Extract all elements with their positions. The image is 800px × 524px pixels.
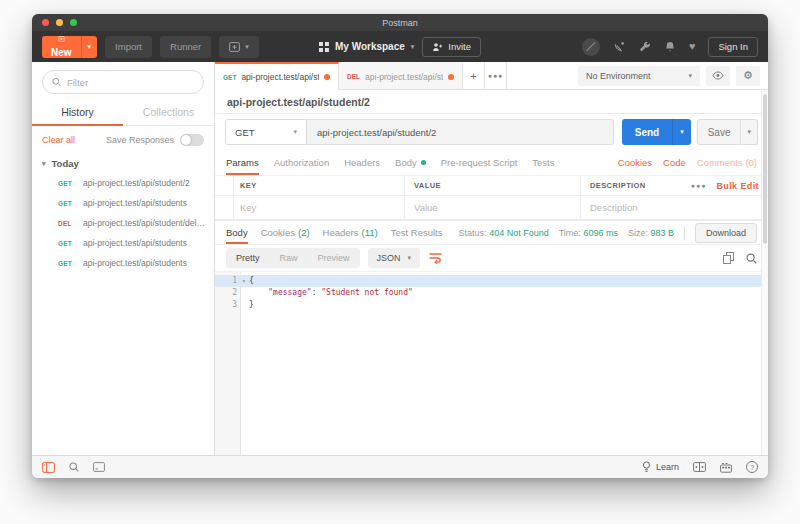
method-select[interactable]: GET ▾ bbox=[225, 119, 307, 145]
response-tab-headers[interactable]: Headers (11) bbox=[323, 221, 378, 244]
code-link[interactable]: Code bbox=[663, 157, 686, 168]
sync-disabled-icon[interactable] bbox=[582, 38, 600, 56]
history-item[interactable]: GET api-project.test/api/students bbox=[32, 233, 214, 253]
response-tab-test-results[interactable]: Test Results bbox=[391, 221, 443, 244]
response-tab-cookies[interactable]: Cookies (2) bbox=[261, 221, 310, 244]
tab-collections[interactable]: Collections bbox=[123, 100, 214, 125]
tab-params[interactable]: Params bbox=[226, 150, 259, 175]
save-options-caret[interactable]: ▾ bbox=[741, 119, 758, 145]
param-key-input[interactable] bbox=[240, 202, 395, 213]
history-item[interactable]: GET api-project.test/api/students bbox=[32, 193, 214, 213]
minimize-window-button[interactable] bbox=[56, 19, 63, 26]
help-icon[interactable]: ? bbox=[746, 461, 758, 473]
bulk-edit-link[interactable]: Bulk Edit bbox=[716, 181, 759, 191]
tab-body-label: Body bbox=[395, 157, 417, 168]
learn-label: Learn bbox=[656, 462, 679, 472]
tab-prerequest-script[interactable]: Pre-request Script bbox=[441, 150, 518, 175]
invite-button[interactable]: Invite bbox=[422, 37, 481, 57]
history-url: api-project.test/api/students bbox=[83, 198, 187, 208]
gear-icon: ⚙ bbox=[743, 69, 753, 82]
params-table: KEY VALUE DESCRIPTION ●●● Bulk Edit bbox=[215, 176, 768, 221]
save-button[interactable]: Save bbox=[697, 119, 742, 145]
request-title: api-project.test/api/student/2 bbox=[215, 90, 768, 114]
column-options-button[interactable]: ●●● bbox=[691, 182, 707, 189]
comments-link[interactable]: Comments (0) bbox=[697, 157, 757, 168]
method-badge: GET bbox=[58, 200, 76, 207]
headers-label: Headers bbox=[323, 227, 359, 238]
close-window-button[interactable] bbox=[42, 19, 49, 26]
environment-preview-button[interactable] bbox=[706, 66, 730, 86]
environment-settings-button[interactable]: ⚙ bbox=[736, 66, 760, 86]
save-responses-toggle[interactable] bbox=[180, 134, 204, 146]
status-label: Status: bbox=[459, 228, 487, 238]
response-tab-body[interactable]: Body bbox=[226, 221, 248, 244]
url-input[interactable] bbox=[307, 119, 614, 145]
tab-body[interactable]: Body bbox=[395, 150, 426, 175]
find-icon[interactable] bbox=[69, 462, 79, 472]
json-value: "Student not found" bbox=[321, 288, 413, 297]
zoom-window-button[interactable] bbox=[70, 19, 77, 26]
history-group-today[interactable]: ▾ Today bbox=[32, 152, 214, 173]
copy-icon[interactable] bbox=[723, 252, 734, 264]
tab-options-button[interactable]: ●●● bbox=[485, 62, 507, 89]
history-item[interactable]: DEL api-project.test/api/student/delete/… bbox=[32, 213, 214, 233]
two-pane-view-icon[interactable] bbox=[693, 462, 706, 472]
send-options-caret[interactable]: ▾ bbox=[672, 119, 691, 145]
cookies-link[interactable]: Cookies bbox=[618, 157, 652, 168]
scrollbar-thumb[interactable] bbox=[763, 94, 767, 244]
tab-history[interactable]: History bbox=[32, 100, 123, 125]
divider bbox=[684, 226, 685, 240]
param-value-input[interactable] bbox=[414, 202, 571, 213]
view-pretty[interactable]: Pretty bbox=[226, 248, 270, 268]
runner-button[interactable]: Runner bbox=[160, 36, 211, 58]
tab-tests[interactable]: Tests bbox=[532, 150, 554, 175]
response-body-editor[interactable]: 1 ▾ { 2 "message": "Student not found" 3… bbox=[215, 271, 768, 455]
search-response-icon[interactable] bbox=[746, 253, 757, 264]
json-separator: : bbox=[312, 288, 322, 297]
new-dropdown-caret[interactable]: ▾ bbox=[81, 36, 98, 58]
workspace-grid-icon bbox=[319, 42, 329, 52]
tab-authorization[interactable]: Authorization bbox=[274, 150, 329, 175]
param-description-input[interactable] bbox=[590, 202, 759, 213]
response-view-toolbar: Pretty Raw Preview JSON ▾ bbox=[215, 245, 768, 271]
download-button[interactable]: Download bbox=[695, 223, 757, 243]
history-item[interactable]: GET api-project.test/api/student/2 bbox=[32, 173, 214, 193]
settings-wrench-icon[interactable] bbox=[639, 41, 651, 53]
learn-button[interactable]: Learn bbox=[642, 461, 679, 473]
send-button[interactable]: Send bbox=[622, 119, 672, 145]
new-button-label: New bbox=[51, 47, 72, 58]
format-caret-icon: ▾ bbox=[408, 254, 412, 262]
import-button[interactable]: Import bbox=[105, 36, 152, 58]
view-preview[interactable]: Preview bbox=[308, 248, 360, 268]
heart-icon[interactable]: ♥ bbox=[689, 41, 696, 52]
tab-headers[interactable]: Headers bbox=[344, 150, 380, 175]
filter-input[interactable] bbox=[67, 77, 194, 88]
app-toolbar: New ▾ Import Runner ▾ My Workspace ▾ Inv… bbox=[32, 31, 768, 62]
format-select[interactable]: JSON ▾ bbox=[368, 248, 421, 268]
scrollbar[interactable] bbox=[761, 90, 768, 455]
request-tab[interactable]: GET api-project.test/api/student/1 bbox=[215, 62, 339, 90]
wrap-text-icon[interactable] bbox=[428, 252, 443, 264]
line-number: 3 bbox=[215, 299, 241, 311]
request-tab[interactable]: DEL api-project.test/api/student/dele bbox=[339, 62, 463, 89]
status-value: 404 Not Found bbox=[489, 228, 549, 238]
code-text: } bbox=[241, 299, 254, 311]
new-tab-button[interactable]: + bbox=[463, 62, 485, 89]
workspace-caret-icon: ▾ bbox=[411, 43, 415, 51]
signin-button[interactable]: Sign In bbox=[708, 37, 758, 57]
history-item[interactable]: GET api-project.test/api/students bbox=[32, 253, 214, 273]
environment-select[interactable]: No Environment ▾ bbox=[578, 66, 700, 86]
new-button[interactable]: New ▾ bbox=[42, 36, 97, 58]
notifications-bell-icon[interactable] bbox=[664, 41, 676, 53]
workspace-switcher[interactable]: My Workspace ▾ bbox=[319, 41, 414, 52]
filter-box[interactable] bbox=[42, 70, 204, 94]
open-new-button[interactable]: ▾ bbox=[219, 36, 259, 58]
clear-all-link[interactable]: Clear all bbox=[42, 135, 75, 145]
api-network-icon[interactable] bbox=[613, 40, 626, 53]
console-icon[interactable] bbox=[93, 462, 105, 472]
build-browse-icon[interactable] bbox=[720, 462, 732, 473]
tab-label: api-project.test/api/student/dele bbox=[365, 72, 443, 82]
view-raw[interactable]: Raw bbox=[270, 248, 308, 268]
import-button-label: Import bbox=[115, 41, 142, 52]
toggle-sidebar-icon[interactable] bbox=[42, 462, 55, 473]
